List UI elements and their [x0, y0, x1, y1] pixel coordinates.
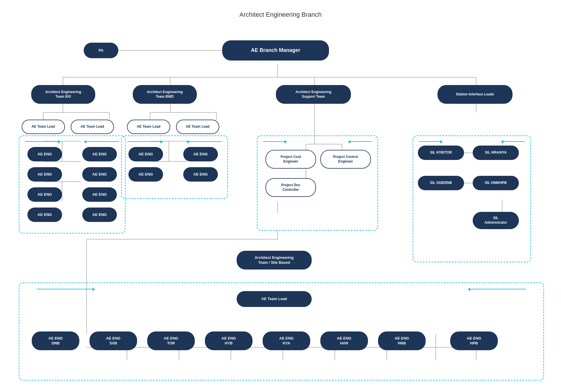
sil-hyb-tor-node: SIL HYB/TOR [418, 146, 464, 160]
project-control-engineer-node: Project Control Engineer [320, 150, 371, 169]
ae-branch-manager-node: AE Branch Manager [222, 40, 329, 61]
ae-eng-eki-r1c1: AE ENG [27, 147, 62, 161]
station-interface-leads-node: Station Interface Leads [437, 85, 513, 104]
ae-eng-eki-r3c1: AE ENG [27, 187, 62, 202]
ae-eng-hya-node: AE ENG HYA [263, 331, 310, 350]
ae-eng-bwd-r1c1: AE ENG [128, 147, 163, 161]
ae-team-eki-node: Architect Engineering Team EKI [31, 85, 95, 104]
ae-eng-bwd-r2c1: AE ENG [128, 167, 163, 182]
ae-support-team-node: Architect Engineering Support Team [276, 85, 351, 104]
ae-eng-bwd-r1c2: AE ENG [183, 147, 218, 161]
ae-team-bwd-node: Architect Engineering Team BWD [133, 85, 197, 104]
sil-hra-hya-node: SIL HRA/HYA [473, 146, 519, 160]
ae-eng-eki-r2c1: AE ENG [27, 167, 62, 182]
ae-eng-hpb-node: AE ENG HPB [450, 331, 498, 350]
sil-sxb-dnb-node: SIL SXB/DNB [418, 176, 464, 190]
ae-team-lead-site-node: AE Team Lead [237, 291, 312, 307]
ae-eng-tor-node: AE ENG TOR [147, 331, 195, 350]
sil-administrator-node: SIL Administrator [473, 212, 519, 229]
project-doc-controller-node: Project Doc Controller [265, 178, 316, 197]
ae-eng-eki-r3c2: AE ENG [82, 187, 117, 202]
page: Architect Engineering Branch [0, 0, 561, 392]
ae-eng-sxb-node: AE ENG SXB [89, 331, 137, 350]
ae-team-lead-bwd-1-node: AE Team Lead [127, 120, 170, 134]
ae-eng-eki-r2c2: AE ENG [82, 167, 117, 182]
ae-eng-hyb-node: AE ENG HYB [205, 331, 253, 350]
ae-eng-eki-r4c1: AE ENG [27, 208, 62, 222]
ae-eng-har-node: AE ENG HAR [320, 331, 368, 350]
ae-eng-eki-r1c2: AE ENG [82, 147, 117, 161]
ae-team-lead-eki-2-node: AE Team Lead [71, 120, 114, 134]
ae-eng-dnb-node: AE ENG DNB [32, 331, 79, 350]
ae-team-lead-bwd-2-node: AE Team Lead [176, 120, 219, 134]
ae-team-site-based-node: Architect Engineering Team / Site Based [237, 251, 312, 270]
pa-node: PA [84, 43, 118, 58]
sil-hnb-hpb-node: SIL HNB/HPB [473, 176, 519, 190]
project-cost-engineer-node: Project Cost Engineer [265, 150, 316, 169]
ae-eng-eki-r4c2: AE ENG [82, 208, 117, 222]
ae-eng-bwd-r2c2: AE ENG [183, 167, 218, 182]
ae-team-lead-eki-1-node: AE Team Lead [22, 120, 65, 134]
page-title: Architect Engineering Branch [0, 11, 561, 18]
ae-eng-hnb-node: AE ENG HNB [378, 331, 426, 350]
